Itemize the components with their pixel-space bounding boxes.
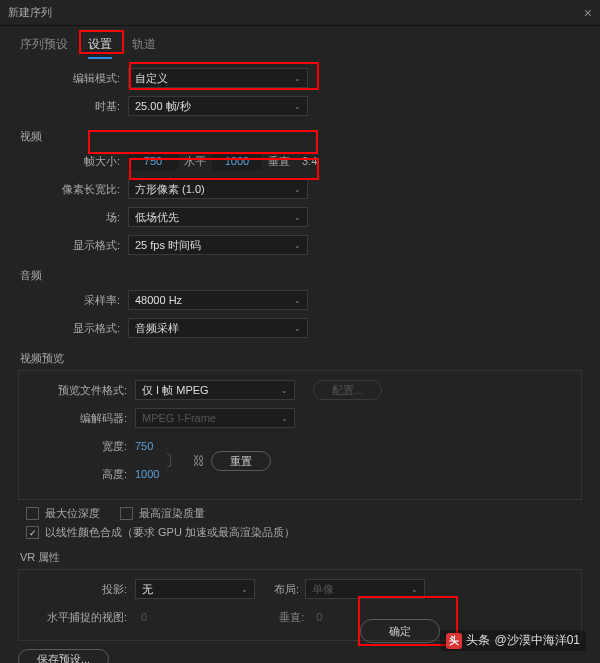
vr-proj-label: 投影: <box>25 582 135 597</box>
fields-label: 场: <box>18 210 128 225</box>
samplerate-dropdown[interactable]: 48000 Hz⌄ <box>128 290 308 310</box>
vr-vfov-value: 0 <box>310 611 328 623</box>
linear-checkbox[interactable] <box>26 526 39 539</box>
chevron-down-icon: ⌄ <box>294 74 301 83</box>
tab-preset[interactable]: 序列预设 <box>20 36 68 59</box>
framesize-label: 帧大小: <box>18 154 128 169</box>
preview-width-label: 宽度: <box>25 439 135 454</box>
vr-layout-dropdown: 单像⌄ <box>305 579 425 599</box>
chevron-down-icon: ⌄ <box>281 414 288 423</box>
chevron-down-icon: ⌄ <box>411 585 418 594</box>
codec-label: 编解码器: <box>25 411 135 426</box>
par-dropdown[interactable]: 方形像素 (1.0)⌄ <box>128 179 308 199</box>
config-button[interactable]: 配置... <box>313 380 382 400</box>
watermark: 头 头条 @沙漠中海洋01 <box>440 630 586 651</box>
window-title: 新建序列 <box>8 5 52 20</box>
maxquality-checkbox[interactable] <box>120 507 133 520</box>
close-icon[interactable]: × <box>584 5 592 21</box>
preview-height-label: 高度: <box>25 467 135 482</box>
audio-display-dropdown[interactable]: 音频采样⌄ <box>128 318 308 338</box>
chevron-down-icon: ⌄ <box>294 241 301 250</box>
maxquality-label: 最高渲染质量 <box>139 506 205 521</box>
chevron-down-icon: ⌄ <box>294 213 301 222</box>
reset-button[interactable]: 重置 <box>211 451 271 471</box>
vr-layout-label: 布局: <box>255 582 305 597</box>
link-icon[interactable]: ⛓ <box>187 454 211 468</box>
edit-mode-label: 编辑模式: <box>18 71 128 86</box>
maxdepth-label: 最大位深度 <box>45 506 100 521</box>
vertical-label: 垂直 <box>262 154 296 169</box>
fields-dropdown[interactable]: 低场优先⌄ <box>128 207 308 227</box>
vr-hfov-label: 水平捕捉的视图: <box>25 610 135 625</box>
frame-height-input[interactable] <box>212 152 262 170</box>
preview-width-value[interactable]: 750 <box>135 440 153 452</box>
ok-button[interactable]: 确定 <box>360 619 440 643</box>
preview-format-dropdown[interactable]: 仅 I 帧 MPEG⌄ <box>135 380 295 400</box>
preview-format-label: 预览文件格式: <box>25 383 135 398</box>
chevron-down-icon: ⌄ <box>294 296 301 305</box>
chevron-down-icon: ⌄ <box>294 324 301 333</box>
preview-section: 视频预览 <box>20 351 582 366</box>
save-preset-button[interactable]: 保存预设... <box>18 649 109 663</box>
vr-proj-dropdown[interactable]: 无⌄ <box>135 579 255 599</box>
edit-mode-dropdown[interactable]: 自定义⌄ <box>128 68 308 88</box>
timebase-dropdown[interactable]: 25.00 帧/秒⌄ <box>128 96 308 116</box>
chevron-down-icon: ⌄ <box>281 386 288 395</box>
video-display-dropdown[interactable]: 25 fps 时间码⌄ <box>128 235 308 255</box>
video-display-label: 显示格式: <box>18 238 128 253</box>
frame-width-input[interactable] <box>128 152 178 170</box>
aspect-ratio: 3:4 <box>296 155 323 167</box>
horizontal-label: 水平 <box>178 154 212 169</box>
linear-label: 以线性颜色合成（要求 GPU 加速或最高渲染品质） <box>45 525 295 540</box>
chevron-down-icon: ⌄ <box>294 185 301 194</box>
timebase-label: 时基: <box>18 99 128 114</box>
bracket-icon: 〕 <box>159 451 187 472</box>
vr-hfov-value: 0 <box>135 611 153 623</box>
tab-tracks[interactable]: 轨道 <box>132 36 156 59</box>
audio-display-label: 显示格式: <box>18 321 128 336</box>
tab-settings[interactable]: 设置 <box>88 36 112 59</box>
video-section: 视频 <box>20 129 582 144</box>
par-label: 像素长宽比: <box>18 182 128 197</box>
preview-height-value[interactable]: 1000 <box>135 468 159 480</box>
chevron-down-icon: ⌄ <box>294 102 301 111</box>
maxdepth-checkbox[interactable] <box>26 507 39 520</box>
codec-dropdown: MPEG I-Frame⌄ <box>135 408 295 428</box>
toutiao-icon: 头 <box>446 633 462 649</box>
vr-vfov-label: 垂直: <box>273 610 310 625</box>
vr-section: VR 属性 <box>20 550 582 565</box>
samplerate-label: 采样率: <box>18 293 128 308</box>
audio-section: 音频 <box>20 268 582 283</box>
chevron-down-icon: ⌄ <box>241 585 248 594</box>
